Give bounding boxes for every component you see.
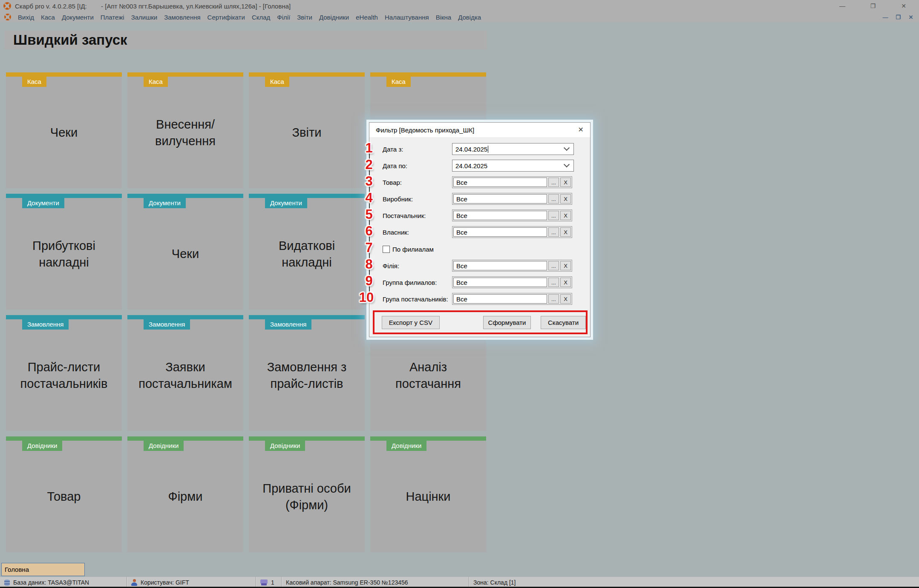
date-from-value: 24.04.2025 bbox=[455, 146, 487, 153]
tile-vydatkovi-nakladni[interactable]: Документи Видаткові накладні bbox=[249, 194, 365, 310]
menu-sklad[interactable]: Склад bbox=[252, 14, 270, 21]
menu-platezhi[interactable]: Платежі bbox=[101, 14, 124, 21]
annotation-number-10: 10 bbox=[359, 290, 374, 305]
hrupa-postachalnykiv-browse-button[interactable]: ... bbox=[548, 294, 559, 304]
po-filialam-label: По филиалам bbox=[392, 246, 434, 253]
tile-label: Чеки bbox=[11, 77, 117, 188]
tile-label: Заявки постачальникам bbox=[133, 320, 238, 431]
hrupa-filialiv-value[interactable]: Все bbox=[453, 278, 547, 287]
menu-vikna[interactable]: Вікна bbox=[436, 14, 452, 21]
tile-pryvatni-osoby[interactable]: Довідники Приватні особи (Фірми) bbox=[249, 436, 365, 552]
tile-label: Приватні особи (Фірми) bbox=[254, 442, 360, 552]
menu-vykhid[interactable]: Вихід bbox=[18, 14, 34, 21]
filter-row-postachalnyk: Постачальник: Все ... X bbox=[369, 209, 590, 221]
tile-firmy[interactable]: Довідники Фірми bbox=[127, 436, 243, 552]
menu-zalyshky[interactable]: Залишки bbox=[131, 14, 158, 21]
menu-nalashtuvannya[interactable]: Налаштування bbox=[385, 14, 429, 21]
tovar-browse-button[interactable]: ... bbox=[548, 178, 559, 187]
mdi-minimize-button[interactable]: — bbox=[880, 14, 891, 20]
annotation-number-6: 6 bbox=[365, 224, 372, 239]
tile-zamovlennya-z-prays-lystiv[interactable]: Замовлення Замовлення з прайс-листів bbox=[249, 315, 365, 431]
menu-kasa[interactable]: Каса bbox=[41, 14, 55, 21]
tile-prybutkovi-nakladni[interactable]: Документи Прибуткові накладні bbox=[6, 194, 122, 310]
vlasnyk-browse-button[interactable]: ... bbox=[548, 227, 559, 237]
tile-color-strip bbox=[249, 315, 365, 319]
vyrobnyk-browse-button[interactable]: ... bbox=[548, 194, 559, 204]
hrupa-filialiv-browse-button[interactable]: ... bbox=[548, 278, 559, 287]
filiya-label: Філія: bbox=[383, 262, 399, 270]
filter-row-tovar: Товар: Все ... X bbox=[369, 176, 590, 188]
annotation-number-5: 5 bbox=[365, 207, 372, 222]
date-from-label: Дата з: bbox=[383, 146, 403, 153]
tile-cheky[interactable]: Каса Чеки bbox=[6, 72, 122, 188]
tab-holovna[interactable]: Головна bbox=[1, 563, 85, 576]
vyrobnyk-value[interactable]: Все bbox=[453, 194, 547, 204]
menu-dokumenty[interactable]: Документи bbox=[62, 14, 94, 21]
postachalnyk-value[interactable]: Все bbox=[453, 211, 547, 220]
date-from-combo[interactable]: 24.04.2025 bbox=[452, 143, 574, 155]
po-filialam-checkbox[interactable] bbox=[383, 246, 390, 253]
menu-zamovlennya[interactable]: Замовлення bbox=[164, 14, 200, 21]
user-icon bbox=[131, 579, 137, 586]
mdi-system-menu-icon[interactable] bbox=[4, 14, 11, 20]
menu-sertyfikaty[interactable]: Сертифікати bbox=[207, 14, 245, 21]
dialog-titlebar[interactable]: Фильтр [Ведомость прихода_ШК] ✕ bbox=[369, 123, 590, 137]
menu-ehealth[interactable]: eHealth bbox=[356, 14, 378, 21]
menu-filii[interactable]: Філії bbox=[277, 14, 290, 21]
window-restore-button[interactable]: ❐ bbox=[858, 0, 888, 12]
vyrobnyk-clear-button[interactable]: X bbox=[560, 194, 571, 204]
tile-label: Звіти bbox=[254, 77, 360, 188]
hrupa-filialiv-label: Группа филиалов: bbox=[383, 279, 437, 286]
hrupa-postachalnykiv-clear-button[interactable]: X bbox=[560, 294, 571, 304]
vyrobnyk-field: Все ... X bbox=[452, 193, 572, 205]
status-cash-register-text: Касовий апарат: Samsung ER-350 №123456 bbox=[286, 579, 408, 586]
hrupa-postachalnykiv-field: Все ... X bbox=[452, 293, 572, 305]
date-to-combo[interactable]: 24.04.2025 bbox=[452, 160, 574, 172]
tile-zvity[interactable]: Каса Звіти bbox=[249, 72, 365, 188]
menu-dovidka[interactable]: Довідка bbox=[458, 14, 481, 21]
postachalnyk-clear-button[interactable]: X bbox=[560, 211, 571, 220]
mdi-close-button[interactable]: ✕ bbox=[905, 14, 916, 20]
tile-vnesennya-vyluchennya[interactable]: Каса Внесення/вилучення bbox=[127, 72, 243, 188]
tile-color-strip bbox=[249, 436, 365, 441]
filiya-browse-button[interactable]: ... bbox=[548, 261, 559, 270]
vlasnyk-value[interactable]: Все bbox=[453, 227, 547, 237]
hrupa-filialiv-clear-button[interactable]: X bbox=[560, 278, 571, 287]
postachalnyk-browse-button[interactable]: ... bbox=[548, 211, 559, 220]
tile-prays-lysty-postachalnykiv[interactable]: Замовлення Прайс-листи постачальників bbox=[6, 315, 122, 431]
window-close-button[interactable]: ✕ bbox=[888, 0, 919, 12]
tovar-value[interactable]: Все bbox=[453, 178, 547, 187]
tile-label: Прайс-листи постачальників bbox=[11, 320, 117, 431]
annotation-number-2: 2 bbox=[365, 157, 372, 172]
menu-zvity[interactable]: Звіти bbox=[297, 14, 312, 21]
window-minimize-button[interactable]: — bbox=[827, 0, 858, 12]
tile-color-strip bbox=[127, 315, 243, 319]
text-caret bbox=[488, 146, 488, 153]
filiya-value[interactable]: Все bbox=[453, 261, 547, 270]
tile-tovar[interactable]: Довідники Товар bbox=[6, 436, 122, 552]
postachalnyk-field: Все ... X bbox=[452, 209, 572, 221]
dialog-close-button[interactable]: ✕ bbox=[578, 126, 584, 133]
tile-natsinky[interactable]: Довідники Націнки bbox=[370, 436, 486, 552]
chevron-down-icon bbox=[564, 161, 570, 167]
hrupa-postachalnykiv-value[interactable]: Все bbox=[453, 294, 547, 304]
menu-dovidnyky[interactable]: Довідники bbox=[319, 14, 349, 21]
tile-label: Внесення/вилучення bbox=[133, 77, 238, 188]
dialog-title: Фильтр [Ведомость прихода_ШК] bbox=[376, 126, 474, 134]
tovar-clear-button[interactable]: X bbox=[560, 178, 571, 187]
mdi-restore-button[interactable]: ❐ bbox=[893, 14, 904, 20]
tovar-field: Все ... X bbox=[452, 176, 572, 188]
filter-row-hrupa-postachalnykiv: Група постачальників: Все ... X bbox=[369, 293, 590, 305]
annotation-number-1: 1 bbox=[365, 141, 372, 156]
chevron-down-icon bbox=[564, 145, 570, 151]
tile-zayavky-postachalnykam[interactable]: Замовлення Заявки постачальникам bbox=[127, 315, 243, 431]
filter-row-filiya: Філія: Все ... X bbox=[369, 260, 590, 272]
tile-color-strip bbox=[249, 194, 365, 198]
filiya-clear-button[interactable]: X bbox=[560, 261, 571, 270]
app-logo-icon[interactable] bbox=[3, 2, 11, 10]
tovar-label: Товар: bbox=[383, 179, 402, 186]
tab-holovna-label: Головна bbox=[5, 566, 29, 573]
tile-cheky-dokumenty[interactable]: Документи Чеки bbox=[127, 194, 243, 310]
annotation-number-9: 9 bbox=[365, 273, 372, 289]
vlasnyk-clear-button[interactable]: X bbox=[560, 227, 571, 237]
